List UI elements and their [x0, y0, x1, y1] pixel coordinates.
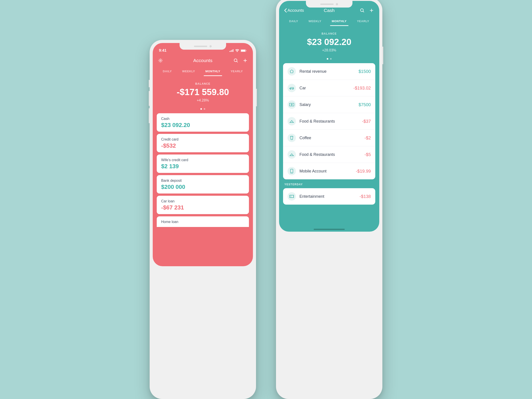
- back-button[interactable]: Accounts: [284, 8, 304, 13]
- svg-line-13: [363, 11, 364, 12]
- account-card[interactable]: Car loan-$67 231: [157, 196, 249, 214]
- search-icon: [360, 8, 365, 13]
- chevron-left-icon: [284, 8, 287, 13]
- transaction-row[interactable]: Food & Restaurants-$37: [283, 113, 375, 130]
- page-title: Accounts: [193, 58, 212, 63]
- account-card[interactable]: Cash$23 092.20: [157, 113, 249, 132]
- transaction-list-yesterday: Entertainment-$138: [283, 188, 375, 205]
- tab-monthly[interactable]: MONTHLY: [331, 18, 347, 26]
- home-icon: [287, 67, 296, 76]
- cash-icon: [287, 101, 296, 109]
- svg-rect-5: [241, 50, 245, 52]
- transaction-name: Food & Restaurants: [299, 152, 361, 157]
- search-icon: [234, 58, 238, 63]
- phone-accounts: 9:41 Accounts DAI: [150, 40, 256, 399]
- account-name: Home loan: [161, 220, 245, 224]
- tab-weekly[interactable]: WEEKLY: [308, 18, 322, 26]
- wifi-icon: [235, 49, 239, 52]
- transaction-amount: -$138: [360, 194, 371, 199]
- account-name: Bank deposit: [161, 179, 245, 183]
- ticket-icon: [287, 192, 296, 201]
- tab-yearly[interactable]: YEARLY: [356, 18, 369, 26]
- svg-point-16: [290, 89, 291, 89]
- gear-icon: [158, 58, 163, 63]
- account-card[interactable]: Wife's credit card$2 139: [157, 154, 249, 173]
- transaction-amount: $7500: [358, 102, 371, 107]
- transaction-row[interactable]: Salary$7500: [283, 96, 375, 113]
- account-card[interactable]: Bank deposit$200 000: [157, 175, 249, 194]
- plus-icon: [369, 8, 374, 13]
- account-list[interactable]: Cash$23 092.20Credit card-$532Wife's cre…: [153, 113, 253, 266]
- add-button[interactable]: [369, 7, 374, 13]
- transaction-row[interactable]: Mobile Account-$19.99: [283, 163, 375, 179]
- search-button[interactable]: [233, 58, 239, 63]
- account-amount: $23 092.20: [161, 122, 245, 129]
- transaction-row[interactable]: Rental revenue$1500: [283, 63, 375, 80]
- transaction-row[interactable]: Car-$193.02: [283, 80, 375, 96]
- transaction-list: Rental revenue$1500Car-$193.02Salary$750…: [283, 63, 375, 179]
- dot: [330, 58, 332, 60]
- transaction-row[interactable]: Entertainment-$138: [283, 188, 375, 205]
- status-time: 9:41: [159, 48, 166, 53]
- svg-line-9: [236, 61, 238, 62]
- account-card[interactable]: Home loan: [157, 216, 249, 227]
- transaction-row[interactable]: Food & Restaurants-$5: [283, 146, 375, 163]
- device-notch: [306, 1, 352, 7]
- svg-point-17: [292, 89, 293, 89]
- transaction-name: Mobile Account: [299, 169, 352, 174]
- transaction-amount: -$193.02: [353, 86, 371, 91]
- account-name: Cash: [161, 117, 245, 121]
- page-dots[interactable]: [279, 55, 379, 63]
- account-amount: $2 139: [161, 163, 245, 170]
- status-indicators: [229, 49, 247, 52]
- device-notch: [180, 43, 226, 50]
- transaction-amount: -$5: [364, 152, 371, 157]
- account-amount: -$67 231: [161, 204, 245, 211]
- transaction-scroll[interactable]: Rental revenue$1500Car-$193.02Salary$750…: [279, 63, 379, 232]
- balance-value: -$171 559.80: [157, 87, 248, 97]
- battery-icon: [241, 49, 247, 52]
- balance-label: BALANCE: [157, 82, 248, 85]
- settings-button[interactable]: [158, 58, 163, 63]
- food-icon: [287, 117, 296, 126]
- food-icon: [287, 150, 296, 159]
- search-button[interactable]: [359, 7, 365, 13]
- home-indicator[interactable]: [314, 229, 345, 230]
- coffee-icon: [287, 134, 296, 142]
- mobile-icon: [287, 167, 296, 175]
- balance-label: BALANCE: [284, 32, 375, 35]
- svg-rect-6: [246, 50, 247, 51]
- dot: [204, 108, 205, 110]
- transaction-name: Car: [299, 86, 350, 90]
- add-button[interactable]: [242, 58, 248, 63]
- svg-rect-1: [231, 51, 231, 52]
- tab-daily[interactable]: DAILY: [289, 18, 298, 26]
- transaction-amount: -$19.99: [356, 169, 371, 174]
- section-yesterday: YESTERDAY: [283, 179, 375, 188]
- balance-delta: +28.03%: [284, 48, 375, 52]
- tab-weekly[interactable]: WEEKLY: [182, 68, 196, 76]
- tab-daily[interactable]: DAILY: [162, 68, 172, 76]
- svg-rect-3: [233, 49, 234, 52]
- transaction-row[interactable]: Coffee-$2: [283, 130, 375, 146]
- account-amount: -$532: [161, 142, 245, 149]
- screen-cash: Accounts Cash DAILYWEEKLYMONTHLYYEARLY B…: [279, 1, 379, 232]
- phone-cash: Accounts Cash DAILYWEEKLYMONTHLYYEARLY B…: [276, 0, 382, 399]
- account-name: Credit card: [161, 137, 245, 141]
- balance-delta: +4.28%: [157, 98, 248, 102]
- account-name: Car loan: [161, 199, 245, 203]
- dot: [200, 108, 202, 110]
- transaction-amount: -$2: [364, 135, 371, 140]
- svg-point-12: [361, 9, 363, 12]
- screen-accounts: 9:41 Accounts DAI: [153, 43, 253, 266]
- svg-point-8: [234, 59, 237, 62]
- transaction-name: Rental revenue: [299, 69, 355, 74]
- transaction-name: Entertainment: [299, 194, 356, 199]
- period-tabs: DAILYWEEKLYMONTHLYYEARLY: [153, 64, 253, 76]
- account-amount: $200 000: [161, 184, 245, 190]
- account-card[interactable]: Credit card-$532: [157, 134, 249, 152]
- tab-monthly[interactable]: MONTHLY: [205, 68, 221, 76]
- tab-yearly[interactable]: YEARLY: [230, 68, 243, 76]
- svg-rect-2: [232, 50, 232, 52]
- page-dots[interactable]: [153, 105, 253, 113]
